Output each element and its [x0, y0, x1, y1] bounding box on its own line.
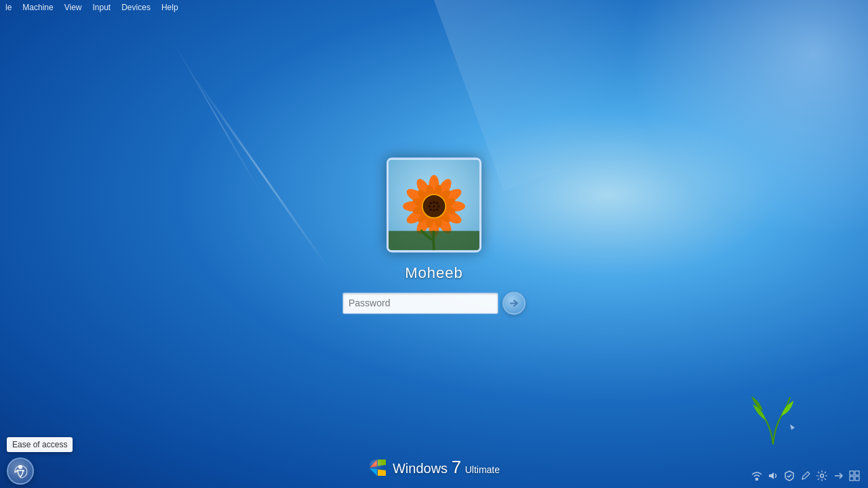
windows-logo-text: Windows 7 Ultimate [393, 457, 500, 478]
svg-point-41 [370, 460, 383, 470]
ease-of-access-area: Ease of access [7, 458, 34, 485]
menu-input[interactable]: Input [87, 1, 117, 14]
svg-point-34 [429, 208, 432, 211]
settings-icon[interactable] [815, 469, 829, 483]
grid-icon[interactable] [848, 469, 861, 483]
password-input[interactable] [342, 292, 498, 314]
svg-point-31 [428, 205, 431, 207]
menu-le[interactable]: le [0, 1, 17, 14]
svg-point-33 [437, 205, 440, 207]
menu-devices[interactable]: Devices [116, 1, 156, 14]
svg-rect-38 [389, 231, 479, 251]
decorative-plant [746, 390, 800, 454]
password-row [342, 291, 526, 314]
ease-of-access-button[interactable] [7, 458, 34, 485]
menu-machine[interactable]: Machine [17, 1, 58, 14]
pen-icon[interactable] [799, 469, 812, 483]
svg-point-29 [433, 201, 435, 204]
menu-help[interactable]: Help [156, 1, 184, 14]
menu-bar: le Machine View Input Devices Help [0, 0, 868, 15]
arrow-right-icon [509, 298, 519, 308]
network-icon[interactable] [750, 469, 764, 483]
svg-point-28 [429, 202, 432, 205]
svg-point-43 [821, 474, 824, 478]
security-icon[interactable] [783, 469, 796, 483]
windows-logo-icon [368, 458, 387, 477]
svg-point-35 [433, 209, 435, 211]
ease-of-access-tooltip: Ease of access [7, 437, 73, 452]
svg-rect-42 [755, 478, 758, 481]
svg-point-32 [433, 205, 435, 207]
user-avatar [387, 157, 481, 252]
menu-view[interactable]: View [59, 1, 87, 14]
svg-rect-47 [855, 476, 859, 481]
windows-branding: Windows 7 Ultimate [368, 457, 500, 478]
svg-point-36 [436, 208, 439, 211]
accessibility-icon [13, 464, 28, 479]
arrow-icon[interactable] [831, 469, 845, 483]
svg-point-30 [436, 202, 439, 205]
submit-button[interactable] [502, 291, 526, 314]
svg-rect-46 [850, 476, 854, 481]
decorative-glow [597, 0, 868, 271]
volume-icon[interactable] [766, 469, 780, 483]
svg-rect-45 [855, 471, 859, 475]
login-panel: Moheeb [342, 157, 526, 314]
username-label: Moheeb [405, 264, 463, 282]
svg-rect-44 [850, 471, 854, 475]
